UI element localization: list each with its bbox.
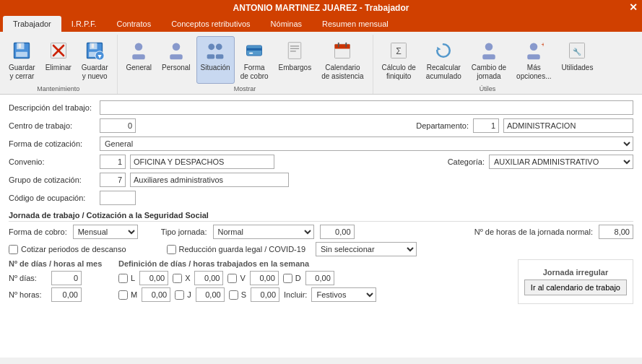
recalcular-button[interactable]: Recalcularacumulado: [422, 36, 466, 84]
bottom-section: Nº de días / horas al mes Nº días: Nº ho…: [9, 259, 633, 304]
tab-conceptos[interactable]: Conceptos retributivos: [161, 16, 260, 32]
svg-rect-23: [249, 53, 253, 54]
embargos-label: Embargos: [279, 64, 312, 72]
definicion-title: Definición de días / horas trabajados en…: [118, 259, 509, 268]
grupo-row: Grupo de cotización:: [9, 173, 633, 187]
grupo-name-input[interactable]: [130, 173, 289, 187]
grupo-num-input[interactable]: [100, 173, 126, 187]
grupo-label: Grupo de cotización:: [9, 176, 95, 184]
descripcion-label: Descripción del trabajo:: [9, 103, 95, 112]
day-L-input[interactable]: [139, 271, 168, 285]
ribbon-group-mantenimiento: Guardary cerrar Eliminar: [0, 35, 118, 94]
embargos-icon: [283, 39, 306, 62]
svg-point-18: [216, 43, 222, 50]
close-button[interactable]: ✕: [629, 1, 638, 13]
day-D-input[interactable]: [305, 271, 334, 285]
ribbon-mantenimiento-label: Mantenimiento: [37, 85, 79, 94]
embargos-button[interactable]: Embargos: [274, 36, 316, 84]
days-row2: M J S Incluir: Festivos Laborab: [118, 287, 509, 302]
formacot-row: Forma de cotización: General: [9, 136, 633, 151]
utilidades-button[interactable]: 🔧 Utilidades: [557, 36, 597, 84]
departamento-label: Departamento:: [416, 121, 469, 130]
reduccion-select[interactable]: Sin seleccionar: [316, 242, 417, 256]
day-S-checkbox[interactable]: [229, 290, 238, 300]
day-S-input[interactable]: [251, 287, 279, 302]
day-D-text: D: [295, 274, 301, 282]
day-J-input[interactable]: [196, 287, 225, 302]
ndias-input[interactable]: [51, 271, 82, 285]
svg-point-37: [530, 43, 538, 51]
descripcion-input[interactable]: [100, 100, 633, 115]
finiquito-button[interactable]: Σ Cálculo definiquito: [378, 36, 420, 84]
svg-text:+: +: [542, 41, 545, 48]
definicion-box: Definición de días / horas trabajados en…: [118, 259, 509, 304]
cambio-button[interactable]: Cambio dejornada: [467, 36, 511, 84]
day-L-text: L: [131, 274, 135, 282]
situacion-button[interactable]: Situación: [196, 36, 235, 84]
reduccion-checkbox[interactable]: [167, 245, 176, 254]
dias-horas-box: Nº de días / horas al mes Nº días: Nº ho…: [9, 259, 110, 304]
guardar-nuevo-button[interactable]: ▼ Guardary nuevo: [77, 36, 113, 84]
jornada-main-row: Forma de cobro: Mensual Quincenal Semana…: [9, 225, 633, 239]
tab-resumen[interactable]: Resumen mensual: [312, 16, 399, 32]
codigo-input[interactable]: [100, 191, 136, 205]
ir-calendario-button[interactable]: Ir al calendario de trabajo: [524, 280, 627, 295]
day-V-input[interactable]: [250, 271, 279, 285]
reduccion-label: Reducción guarda legal / COVID-19: [179, 245, 305, 254]
ribbon: Guardary cerrar Eliminar: [0, 32, 642, 95]
convenio-name-input[interactable]: [130, 155, 274, 169]
ribbon-utiles-label: Útiles: [480, 85, 496, 94]
masopciones-button[interactable]: + Másopciones...: [512, 36, 555, 84]
tab-irpf[interactable]: I.R.P.F.: [61, 16, 107, 32]
tab-nominas[interactable]: Nóminas: [261, 16, 312, 32]
centro-input[interactable]: [100, 118, 136, 133]
formacobro-icon: [243, 39, 266, 62]
departamento-name-input[interactable]: [503, 118, 633, 133]
convenio-num-input[interactable]: [100, 155, 126, 169]
nhoras-input[interactable]: [51, 287, 82, 302]
recalcular-label: Recalcularacumulado: [426, 64, 461, 81]
departamento-num-input[interactable]: [473, 118, 499, 133]
calendario-button[interactable]: Calendariode asistencia: [317, 36, 368, 84]
day-V-label: V: [227, 274, 245, 283]
formacobro-button[interactable]: Formade cobro: [236, 36, 273, 84]
tab-contratos[interactable]: Contratos: [106, 16, 161, 32]
formacobro-select[interactable]: Mensual Quincenal Semanal: [73, 225, 138, 239]
descripcion-row: Descripción del trabajo:: [9, 100, 633, 115]
day-M-input[interactable]: [142, 287, 170, 302]
centro-label: Centro de trabajo:: [9, 121, 95, 130]
recalcular-icon: [432, 39, 455, 62]
tipojornada-select[interactable]: Normal Parcial Sin jornada: [213, 225, 314, 239]
day-J-checkbox[interactable]: [175, 290, 184, 300]
masopciones-icon: +: [522, 39, 545, 62]
tab-trabajador[interactable]: Trabajador: [3, 16, 61, 32]
horas-normal-input[interactable]: [599, 225, 633, 239]
days-row: L X V D: [118, 271, 509, 285]
cotizar-checkbox-label: Cotizar periodos de descanso: [9, 245, 126, 254]
day-L-checkbox[interactable]: [118, 274, 128, 283]
general-icon: [127, 39, 150, 62]
categoria-select[interactable]: AUXILIAR ADMINISTRATIVO: [489, 155, 633, 169]
general-button[interactable]: General: [122, 36, 157, 84]
svg-rect-29: [335, 44, 350, 48]
title-bar: ANTONIO MARTINEZ JUAREZ - Trabajador ✕: [0, 0, 642, 16]
incluir-select[interactable]: Festivos Laborables Todos: [311, 287, 376, 302]
day-D-checkbox[interactable]: [283, 274, 292, 283]
guardar-button[interactable]: Guardary cerrar: [4, 36, 40, 84]
nhoras-label: Nº horas:: [9, 290, 48, 299]
svg-point-17: [208, 43, 214, 50]
cotizar-checkbox[interactable]: [9, 245, 18, 254]
day-X-checkbox[interactable]: [173, 274, 182, 283]
personal-button[interactable]: Personal: [157, 36, 194, 84]
horas-jornada-input[interactable]: [320, 225, 355, 239]
day-V-checkbox[interactable]: [227, 274, 237, 283]
svg-rect-38: [528, 54, 541, 59]
content-area: Descripción del trabajo: Centro de traba…: [0, 95, 642, 358]
day-X-input[interactable]: [194, 271, 223, 285]
formacot-select[interactable]: General: [100, 136, 633, 151]
day-M-checkbox[interactable]: [118, 290, 128, 300]
eliminar-button[interactable]: Eliminar: [41, 36, 76, 84]
day-M-label: M: [118, 290, 137, 300]
svg-rect-20: [216, 54, 224, 58]
svg-rect-36: [482, 54, 495, 59]
